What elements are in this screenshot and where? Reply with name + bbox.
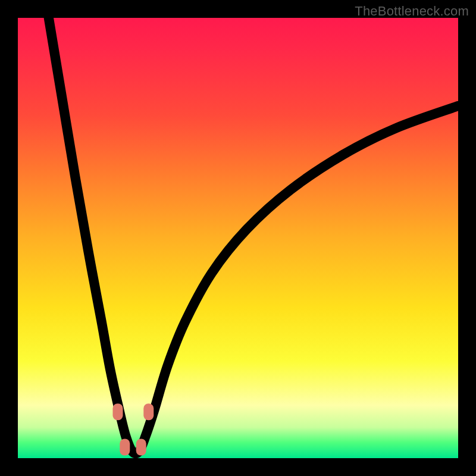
bottleneck-curve-path bbox=[49, 18, 458, 453]
curve-marker bbox=[120, 439, 130, 455]
curve-marker bbox=[143, 403, 154, 420]
plot-area bbox=[18, 18, 458, 458]
curve-marker bbox=[112, 403, 123, 420]
watermark-text: TheBottleneck.com bbox=[355, 4, 469, 19]
curve-marker bbox=[136, 439, 146, 455]
chart-container: TheBottleneck.com bbox=[0, 0, 476, 476]
curve-svg bbox=[18, 18, 458, 458]
